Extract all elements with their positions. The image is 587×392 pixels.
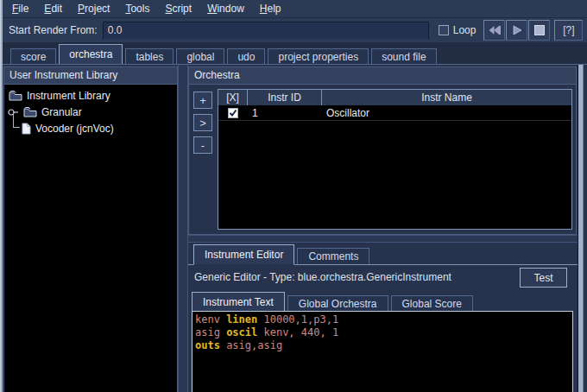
menu-project[interactable]: Project	[70, 1, 117, 16]
tab-project-properties[interactable]: project properties	[268, 48, 369, 64]
window-border-right	[578, 65, 584, 392]
tree-connector-line	[13, 113, 20, 128]
code-line: asig oscil kenv, 440, 1	[195, 326, 572, 339]
tree-node-granular[interactable]: Granular	[4, 104, 177, 120]
tab-orchestra[interactable]: orchestra	[59, 44, 123, 64]
menu-tools[interactable]: Tools	[117, 1, 157, 16]
loop-checkbox[interactable]	[439, 25, 449, 35]
rewind-button[interactable]	[483, 20, 505, 41]
tab-instrument-text[interactable]: Instrument Text	[192, 292, 285, 313]
tab-global[interactable]: global	[176, 48, 224, 64]
tab-udo[interactable]: udo	[227, 48, 265, 64]
tab-tables[interactable]: tables	[125, 48, 174, 64]
tab-comments[interactable]: Comments	[297, 248, 369, 264]
rewind-icon	[488, 25, 502, 35]
menu-script[interactable]: Script	[157, 1, 199, 16]
menu-file[interactable]: File	[4, 1, 36, 16]
instrument-library-tree: Instrument Library Granular	[4, 85, 177, 392]
instrument-editor-panel: Instrument Editor Comments Generic Edito…	[188, 243, 578, 392]
loop-label: Loop	[453, 24, 477, 36]
main-tab-bar: score orchestra tables global udo projec…	[3, 42, 587, 64]
instrument-enabled-checkbox[interactable]	[228, 108, 238, 118]
start-render-from-label: Start Render From:	[3, 24, 98, 36]
add-instrument-button[interactable]: +	[193, 92, 212, 109]
orchestra-panel: Orchestra + > - [X] Instr ID Instr Name	[188, 66, 577, 235]
menu-edit[interactable]: Edit	[36, 1, 70, 16]
editor-inner-tab-bar: Instrument Text Global Orchestra Global …	[192, 291, 473, 312]
tree-node-label: Granular	[41, 106, 82, 118]
tab-sound-file[interactable]: sound file	[371, 48, 436, 64]
horizontal-splitter[interactable]	[188, 235, 578, 243]
tree-node-label: Vocoder (jcnVoc)	[35, 123, 114, 135]
library-panel-title: User Instrument Library	[4, 67, 177, 85]
orchestra-tab-content: User Instrument Library Instrument Libra…	[3, 64, 587, 392]
play-button[interactable]	[506, 20, 527, 41]
help-button[interactable]: [?]	[554, 20, 583, 41]
tab-global-orchestra[interactable]: Global Orchestra	[287, 295, 388, 312]
code-line: outs asig,asig	[195, 339, 572, 352]
remove-instrument-button[interactable]: -	[193, 136, 212, 154]
blue-csound-app-window: { "colors": { "panel_bg": "#27334c", "pa…	[0, 0, 587, 392]
menu-window[interactable]: Window	[199, 1, 252, 16]
render-toolbar: Start Render From: Loop [?]	[3, 18, 587, 42]
instrument-file-icon	[22, 123, 31, 135]
instrument-name-cell: Oscillator	[322, 105, 571, 120]
column-header-instr-name[interactable]: Instr Name	[322, 90, 571, 105]
stop-button[interactable]	[528, 20, 550, 41]
instrument-text-editor[interactable]: kenv linen 10000,1,p3,1asig oscil kenv, …	[192, 311, 573, 392]
stop-icon	[533, 25, 546, 35]
instrument-id-cell: 1	[248, 105, 322, 120]
push-up-instrument-button[interactable]: >	[193, 114, 212, 131]
editor-tab-bar: Instrument Editor Comments	[188, 243, 578, 265]
user-instrument-library-panel: User Instrument Library Instrument Libra…	[3, 66, 178, 392]
instruments-table: [X] Instr ID Instr Name 1	[218, 89, 572, 230]
table-row[interactable]: 1 Oscillator	[218, 105, 571, 121]
column-header-enabled[interactable]: [X]	[218, 90, 248, 105]
test-button[interactable]: Test	[520, 268, 567, 288]
start-render-from-input[interactable]	[103, 22, 429, 40]
code-line: kenv linen 10000,1,p3,1	[195, 313, 572, 326]
column-header-instr-id[interactable]: Instr ID	[248, 90, 322, 105]
folder-icon	[9, 90, 22, 101]
vertical-splitter[interactable]	[178, 65, 188, 392]
tree-node-label: Instrument Library	[27, 90, 110, 102]
instruments-table-header: [X] Instr ID Instr Name	[218, 90, 571, 105]
tab-global-score[interactable]: Global Score	[391, 295, 473, 312]
tab-instrument-editor[interactable]: Instrument Editor	[193, 244, 294, 265]
tree-node-instrument-library[interactable]: Instrument Library	[4, 87, 177, 104]
generic-editor-type-label: Generic Editor - Type: blue.orchestra.Ge…	[194, 271, 451, 283]
play-icon	[511, 25, 523, 35]
editor-type-row: Generic Editor - Type: blue.orchestra.Ge…	[188, 267, 578, 288]
folder-icon	[23, 106, 37, 117]
checkmark-icon	[229, 109, 237, 117]
orchestra-panel-body: + > - [X] Instr ID Instr Name	[189, 85, 576, 233]
orchestra-panel-title: Orchestra	[189, 67, 576, 85]
right-pane: Orchestra + > - [X] Instr ID Instr Name	[188, 65, 578, 392]
tab-score[interactable]: score	[10, 48, 56, 64]
tree-node-vocoder[interactable]: Vocoder (jcnVoc)	[4, 120, 177, 136]
menu-bar: File Edit Project Tools Script Window He…	[3, 0, 587, 18]
menu-help[interactable]: Help	[252, 1, 289, 16]
